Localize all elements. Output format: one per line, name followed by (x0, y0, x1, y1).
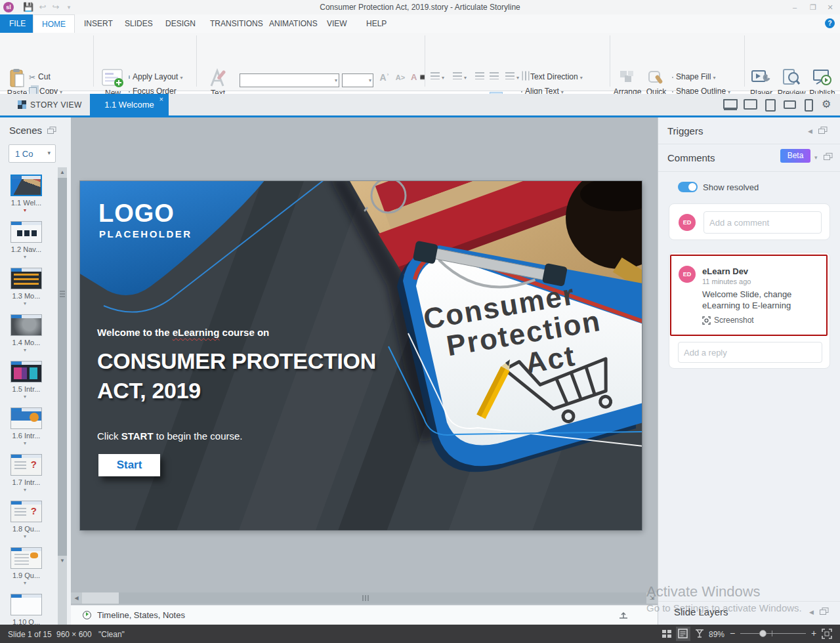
thumbnail-slide-1-10[interactable] (10, 594, 42, 615)
thumbnail-label[interactable]: 1.5 Intr... (0, 385, 52, 393)
zoom-slider-track[interactable] (740, 633, 806, 634)
scenes-panel-restore-icon[interactable] (47, 127, 56, 135)
slide-layers-collapse-icon[interactable]: ◀ (809, 609, 814, 615)
customize-toolbar-icon[interactable]: ▾ (63, 1, 75, 13)
fit-to-window-icon[interactable] (822, 629, 832, 639)
scenes-scrollbar[interactable]: ▲ ▼ (58, 167, 67, 625)
add-reply-input[interactable] (678, 342, 822, 363)
show-resolved-toggle[interactable] (678, 182, 698, 192)
triggers-collapse-icon[interactable]: ◀ (808, 128, 812, 135)
screenshot-link[interactable]: Screenshot (714, 316, 754, 325)
thumbnail-slide-1-1[interactable] (10, 175, 42, 196)
player-settings-gear-icon[interactable]: ⚙ (822, 98, 831, 110)
tablet-landscape-icon[interactable] (744, 99, 757, 110)
restore-button[interactable]: ❐ (805, 2, 822, 12)
start-button[interactable]: Start (98, 454, 160, 476)
clear-formatting-button[interactable]: A◾ (411, 71, 424, 84)
undo-icon[interactable]: ↩ (37, 1, 49, 13)
thumbnail-label[interactable]: 1.6 Intr... (0, 432, 52, 440)
increase-indent-button[interactable] (490, 70, 499, 83)
thumbnail-slide-1-7[interactable]: ? (10, 454, 42, 476)
thumbnail-label[interactable]: 1.8 Qu... (0, 525, 52, 533)
close-button[interactable]: ✕ (822, 2, 839, 12)
triggers-restore-icon[interactable] (818, 127, 828, 135)
story-view-tab[interactable]: STORY VIEW (30, 100, 82, 110)
thumbnail-slide-1-2[interactable] (10, 221, 42, 243)
welcome-text[interactable]: Welcome to the eLearning course on (97, 327, 269, 338)
tab-animations[interactable]: ANIMATIONS (260, 14, 327, 33)
zoom-in-icon[interactable]: + (811, 628, 816, 638)
click-start-text[interactable]: Click START to begin the course. (97, 430, 243, 442)
thumbnail-slide-1-8[interactable]: ? (10, 501, 42, 522)
thumbnail-label[interactable]: 1.7 Intr... (0, 478, 52, 486)
line-spacing-button[interactable]: ▾ (505, 70, 519, 83)
slide-1-1-marker-icon[interactable]: ▾ (24, 207, 26, 213)
scrollbar-grip[interactable] (362, 595, 369, 601)
tab-home[interactable]: HOME (33, 14, 75, 33)
scroll-corner-icon[interactable]: ⇲ (646, 592, 658, 604)
apply-layout-icon (129, 75, 130, 79)
thumbnail-label[interactable]: 1.1 Wel... (0, 199, 52, 207)
slide-editor[interactable]: Consumer Protection Act L (80, 181, 642, 530)
minimize-button[interactable]: – (786, 2, 803, 12)
tab-help[interactable]: HELP (357, 14, 396, 33)
panel-expand-icon[interactable] (618, 610, 629, 619)
shrink-font-button[interactable]: A˃ (394, 71, 407, 84)
add-comment-input[interactable] (704, 211, 822, 234)
scenes-scrollbar-thumb[interactable] (58, 178, 67, 556)
phone-landscape-icon[interactable] (784, 100, 796, 109)
scene-select[interactable]: 1 Co ▾ (9, 144, 56, 163)
tab-slides[interactable]: SLIDES (116, 14, 162, 33)
preview-mode-icon[interactable] (694, 629, 705, 639)
bullets-button[interactable]: ▾ (430, 70, 444, 83)
shape-fill-button[interactable]: Shape Fill▾ (672, 70, 715, 83)
timeline-states-notes-bar[interactable]: Timeline, States, Notes (71, 605, 658, 626)
scroll-left-icon[interactable]: ◀ (71, 592, 82, 604)
decrease-indent-button[interactable] (475, 70, 484, 83)
font-name-select[interactable]: ▾ (240, 73, 339, 87)
grow-font-button[interactable]: Aʾ (378, 71, 391, 84)
zoom-slider-knob[interactable] (759, 630, 766, 637)
phone-portrait-icon[interactable] (805, 99, 813, 112)
tab-design[interactable]: DESIGN (156, 14, 205, 33)
zoom-out-icon[interactable]: − (730, 628, 735, 638)
thumbnail-label[interactable]: 1.9 Qu... (0, 571, 52, 579)
thumbnail-slide-1-6[interactable] (10, 407, 42, 429)
thumbnail-slide-1-9[interactable] (10, 547, 42, 569)
tab-file[interactable]: FILE (0, 14, 35, 33)
desktop-preview-icon[interactable] (723, 99, 738, 109)
canvas-horizontal-scrollbar[interactable]: ◀ ⇲ (71, 592, 658, 604)
close-tab-icon[interactable]: × (159, 95, 163, 103)
comments-dropdown-icon[interactable]: ▾ (814, 154, 818, 161)
help-icon[interactable]: ? (825, 18, 835, 28)
apply-layout-button[interactable]: Apply Layout▾ (129, 70, 182, 83)
thumbnail-label[interactable]: 1.4 Mo... (0, 339, 52, 346)
text-direction-button[interactable]: Text Direction▾ (521, 70, 583, 83)
redo-icon[interactable]: ↪ (50, 1, 62, 13)
thumbnail-slide-1-5[interactable] (10, 361, 42, 383)
slide-tab-welcome[interactable]: 1.1 Welcome × (90, 94, 169, 115)
tablet-portrait-icon[interactable] (765, 99, 776, 112)
slide-layers-restore-icon[interactable] (820, 608, 829, 615)
scroll-up-icon[interactable]: ▲ (58, 167, 67, 178)
logo-placeholder-line2[interactable]: PLACEHOLDER (99, 228, 192, 239)
slide-view-mode-active[interactable] (676, 627, 690, 641)
tab-view[interactable]: VIEW (318, 14, 356, 33)
thumbnail-label[interactable]: 1.3 Mo... (0, 292, 52, 300)
thumbnail-slide-1-4[interactable] (10, 314, 42, 336)
numbering-button[interactable]: ▾ (453, 70, 467, 83)
logo-placeholder-line1[interactable]: LOGO (98, 199, 175, 228)
thumbnail-label[interactable]: 1.2 Nav... (0, 245, 52, 253)
cut-button[interactable]: ✂Cut (29, 70, 51, 83)
thumbnail-slide-1-3[interactable] (10, 268, 42, 289)
font-size-select[interactable]: ▾ (342, 73, 373, 87)
slide-title[interactable]: CONSUMER PROTECTIONACT, 2019 (97, 346, 412, 405)
window-title: Consumer Protection Act, 2019.story - Ar… (223, 3, 617, 12)
scroll-down-icon[interactable]: ▼ (58, 556, 67, 566)
scrollbar-thumb[interactable] (82, 592, 119, 604)
story-view-mode-icon[interactable] (662, 629, 672, 639)
comments-restore-icon[interactable] (824, 153, 833, 161)
shape-outline-icon (672, 91, 673, 93)
timeline-bar-label[interactable]: Timeline, States, Notes (97, 610, 185, 620)
save-icon[interactable]: 💾 (22, 1, 34, 13)
